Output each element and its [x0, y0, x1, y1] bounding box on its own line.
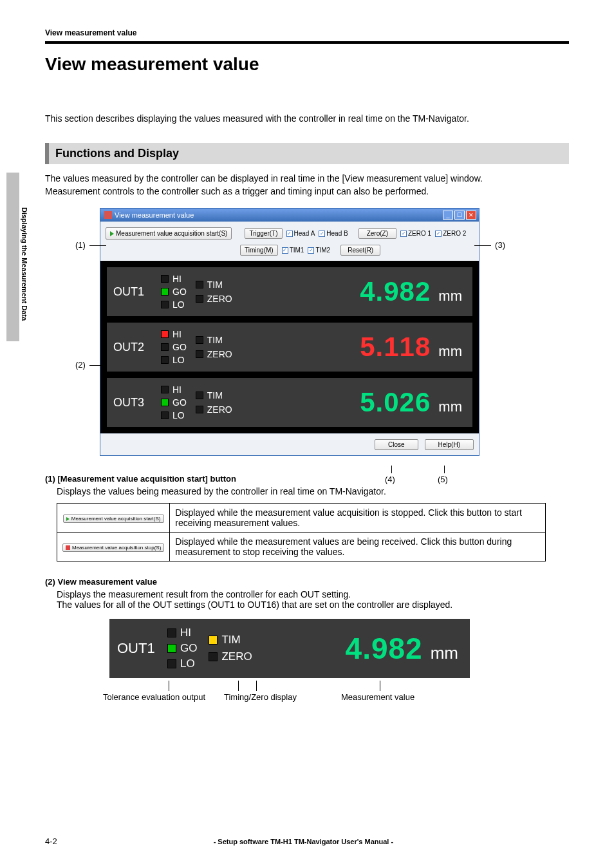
callout-4: (4) — [385, 475, 395, 484]
window-close-button[interactable]: ✕ — [466, 211, 476, 220]
item1-heading: (1) [Measurement value acquisition start… — [45, 474, 569, 484]
example-hi-led — [167, 628, 176, 637]
out3-hi-led — [161, 386, 169, 393]
out3-zero-led — [196, 406, 203, 413]
out2-unit: mm — [438, 343, 462, 360]
out3-tim-led — [196, 392, 203, 399]
close-button[interactable]: Close — [375, 439, 418, 450]
manual-title: - Setup software TM-H1 TM-Navigator User… — [214, 838, 394, 845]
tim2-checkbox[interactable]: ✓TIM2 — [308, 247, 330, 254]
example-out-label: OUT1 — [117, 640, 156, 657]
caption-measurement-value: Measurement value — [341, 692, 414, 702]
out2-tim-led — [196, 336, 203, 344]
section-heading: Functions and Display — [45, 143, 569, 164]
reset-button[interactable]: Reset(R) — [340, 245, 380, 256]
out1-go-led — [161, 288, 169, 296]
tim1-checkbox[interactable]: ✓TIM1 — [282, 247, 304, 254]
trigger-button[interactable]: Trigger(T) — [245, 228, 282, 239]
item2-heading: (2) View measurement value — [45, 577, 569, 587]
item1-body: Displays the values being measured by th… — [57, 486, 569, 496]
stop-state-desc: Displayed while the measurement values a… — [170, 533, 546, 561]
out1-lo-led — [161, 301, 169, 308]
out3-row: OUT3 HI GO LO TIM ZERO 5.026 mm — [107, 378, 472, 427]
running-header: View measurement value — [45, 28, 569, 37]
out2-lo-led — [161, 356, 169, 364]
callout-5: (5) — [438, 475, 448, 484]
section-body-line1: The values measured by the controller ca… — [45, 173, 569, 184]
page-number: 4-2 — [45, 836, 57, 846]
start-state-desc: Displayed while the measurement value ac… — [170, 504, 546, 533]
out1-value: 4.982 — [360, 276, 431, 307]
out1-unit: mm — [438, 288, 462, 305]
example-out-row: OUT1 HI GO LO TIM ZERO 4.982 mm — [109, 619, 470, 678]
item2-body1: Displays the measurement result from the… — [57, 589, 569, 599]
stop-icon — [66, 545, 70, 550]
window-view-measurement-value: View measurement value _ ☐ ✕ Measurement… — [100, 208, 479, 456]
window-minimize-button[interactable]: _ — [443, 211, 453, 220]
out1-row: OUT1 HI GO LO TIM ZERO 4.982 mm — [107, 267, 472, 316]
callout-3: (3) — [495, 240, 505, 250]
out2-value: 5.118 — [360, 332, 431, 363]
example-tim-led — [209, 636, 218, 645]
play-icon — [66, 517, 70, 521]
caption-timing-zero: Timing/Zero display — [224, 692, 297, 702]
callout-1: (1) — [75, 240, 86, 250]
caption-tolerance: Tolerance evaluation output — [103, 692, 205, 702]
out3-unit: mm — [438, 399, 462, 415]
example-unit: mm — [431, 643, 458, 663]
out2-hi-led — [161, 330, 169, 338]
zero2-checkbox[interactable]: ✓ZERO 2 — [435, 230, 466, 237]
example-go-led — [167, 644, 176, 653]
head-a-checkbox[interactable]: ✓Head A — [286, 230, 315, 237]
zero-button[interactable]: Zero(Z) — [358, 228, 396, 239]
zero1-checkbox[interactable]: ✓ZERO 1 — [400, 230, 431, 237]
example-lo-led — [167, 659, 176, 668]
out3-go-led — [161, 399, 169, 406]
out1-zero-led — [196, 295, 203, 303]
out1-tim-led — [196, 281, 203, 288]
out1-label: OUT1 — [113, 285, 152, 299]
window-maximize-button[interactable]: ☐ — [454, 211, 465, 220]
out3-label: OUT3 — [113, 396, 152, 410]
timing-button[interactable]: Timing(M) — [240, 245, 278, 256]
help-button[interactable]: Help(H) — [425, 439, 474, 450]
out3-lo-led — [161, 411, 169, 419]
measurement-display-area: OUT1 HI GO LO TIM ZERO 4.982 mm — [100, 261, 479, 433]
out2-zero-led — [196, 350, 203, 358]
app-icon — [104, 211, 112, 219]
play-icon — [110, 231, 114, 236]
section-body-line2: Measurement controls to the controller s… — [45, 186, 569, 196]
out2-go-led — [161, 343, 169, 351]
out2-label: OUT2 — [113, 341, 152, 354]
window-title: View measurement value — [115, 211, 194, 219]
page-title: View measurement value — [45, 54, 569, 75]
button-state-table: Measurement value acquisition start(S) D… — [57, 503, 546, 561]
example-zero-led — [209, 652, 218, 661]
head-b-checkbox[interactable]: ✓Head B — [319, 230, 348, 237]
measurement-start-button[interactable]: Measurement value acquisition start(S) — [106, 227, 232, 240]
out1-hi-led — [161, 275, 169, 283]
window-titlebar[interactable]: View measurement value _ ☐ ✕ — [100, 209, 479, 222]
example-value: 4.982 — [346, 631, 423, 666]
intro-text: This section describes displaying the va… — [45, 113, 569, 124]
section-body: The values measured by the controller ca… — [45, 173, 569, 196]
out2-row: OUT2 HI GO LO TIM ZERO 5.118 mm — [107, 323, 472, 372]
item2-body2: The values for all of the OUT settings (… — [57, 599, 569, 610]
callout-2: (2) — [75, 360, 86, 370]
start-state-button: Measurement value acquisition start(S) — [63, 514, 164, 523]
stop-state-button: Measurement value acquisition stop(S) — [62, 543, 164, 552]
out3-value: 5.026 — [360, 387, 431, 418]
header-rule — [45, 41, 569, 44]
